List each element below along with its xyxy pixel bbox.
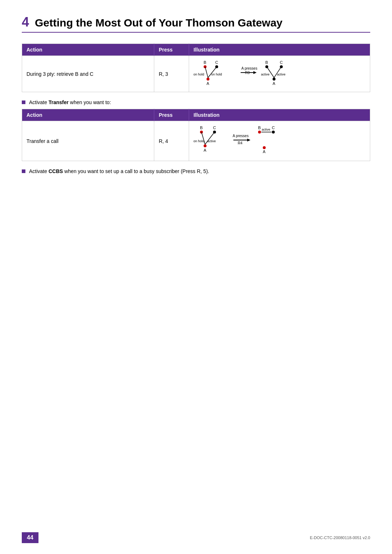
svg-marker-11 — [253, 71, 257, 74]
table-1-header-action: Action — [22, 44, 154, 56]
bullet-2: Activate CCBS when you want to set up a … — [22, 168, 370, 174]
bullet-1-after: when you want to: — [69, 99, 111, 105]
page-container: 4 Getting the Most Out of Your Thomson G… — [0, 0, 392, 207]
svg-point-39 — [258, 131, 261, 134]
table-1-header-illustration: Illustration — [189, 44, 370, 56]
page-number: 44 — [22, 532, 38, 543]
table-2-illus-cell: B C A on — [189, 121, 370, 161]
svg-text:C: C — [280, 60, 283, 65]
table-row: Transfer a call R, 4 B C — [22, 121, 370, 161]
illustration-1: B C A on — [193, 59, 317, 88]
svg-text:A presses: A presses — [241, 66, 257, 70]
svg-text:on hold: on hold — [193, 139, 204, 143]
bullet-square-1 — [22, 100, 25, 104]
chapter-heading: 4 Getting the Most Out of Your Thomson G… — [22, 15, 370, 30]
table-2-action-cell: Transfer a call — [22, 121, 154, 161]
bullet-2-bold: CCBS — [49, 168, 63, 174]
bullet-1-bold: Transfer — [49, 99, 69, 105]
table-1-action-cell: During 3 pty: retrieve B and C — [22, 56, 154, 92]
svg-text:on hold: on hold — [193, 73, 204, 76]
svg-text:A presses: A presses — [233, 134, 249, 138]
table-1: Action Press Illustration During 3 pty: … — [22, 44, 370, 92]
svg-line-4 — [205, 67, 208, 78]
bullet-2-after: when you want to set up a call to a busy… — [63, 168, 209, 174]
svg-text:B: B — [258, 126, 261, 130]
table-1-header: Action Press Illustration — [22, 44, 370, 56]
svg-text:R4: R4 — [238, 141, 242, 145]
svg-text:A: A — [204, 148, 207, 152]
bullet-1-before: Activate — [29, 99, 49, 105]
chapter-rule — [22, 32, 370, 33]
svg-text:B: B — [204, 60, 206, 65]
svg-text:A: A — [207, 81, 209, 86]
svg-text:B: B — [200, 126, 203, 130]
table-1-header-press: Press — [154, 44, 189, 56]
svg-text:, on hold: , on hold — [209, 73, 222, 76]
chapter-title: Getting the Most Out of Your Thomson Gat… — [35, 17, 282, 29]
svg-point-44 — [263, 146, 266, 149]
svg-text:active: active — [261, 73, 270, 76]
svg-point-6 — [207, 78, 209, 81]
table-2-header-press: Press — [154, 109, 189, 121]
table-2-header-action: Action — [22, 109, 154, 121]
table-2: Action Press Illustration Transfer a cal… — [22, 109, 370, 161]
svg-point-42 — [272, 131, 275, 134]
table-2-header: Action Press Illustration — [22, 109, 370, 121]
svg-point-20 — [273, 78, 275, 81]
table-2-press-cell: R, 4 — [154, 121, 189, 161]
svg-text:C: C — [215, 60, 218, 65]
bullet-2-text: Activate CCBS when you want to set up a … — [29, 168, 209, 174]
svg-point-30 — [204, 144, 207, 147]
svg-marker-35 — [247, 139, 250, 141]
bullet-square-2 — [22, 169, 25, 173]
illustration-2: B C A on — [193, 124, 302, 157]
svg-text:C: C — [213, 126, 216, 130]
svg-text:C: C — [272, 126, 275, 130]
table-1-illus-cell: B C A on — [189, 56, 370, 92]
page-footer: 44 E-DOC-CTC-20080118-0051 v2.0 — [0, 532, 392, 543]
svg-text:active: active — [277, 73, 286, 76]
svg-text:R3: R3 — [245, 71, 250, 75]
table-row: During 3 pty: retrieve B and C R, 3 B C — [22, 56, 370, 92]
table-1-press-cell: R, 3 — [154, 56, 189, 92]
doc-reference: E-DOC-CTC-20080118-0051 v2.0 — [310, 535, 370, 540]
bullet-1-text: Activate Transfer when you want to: — [29, 99, 111, 105]
svg-text:B: B — [265, 60, 268, 65]
svg-text:A: A — [263, 149, 266, 154]
bullet-1: Activate Transfer when you want to: — [22, 99, 370, 105]
table-2-header-illustration: Illustration — [189, 109, 370, 121]
chapter-number: 4 — [22, 15, 29, 30]
svg-text:active: active — [207, 139, 216, 143]
svg-text:A: A — [273, 81, 275, 86]
svg-text:active: active — [262, 128, 270, 131]
bullet-2-before: Activate — [29, 168, 49, 174]
